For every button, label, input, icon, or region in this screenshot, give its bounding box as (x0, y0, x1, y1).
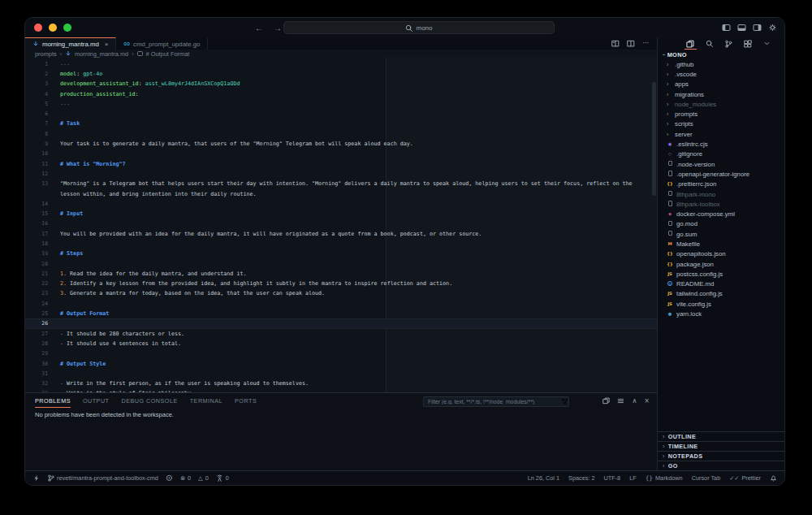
editor-line[interactable]: 13"Morning" is a Telegram bot that helps… (25, 179, 657, 188)
close-window-button[interactable] (34, 24, 42, 32)
editor-line[interactable]: 19# Steps (25, 249, 657, 258)
editor[interactable]: 1---2model: gpt-4o3development_assistant… (25, 58, 657, 392)
panel-tab-output[interactable]: OUTPUT (83, 397, 110, 408)
tree-file-8thpark-mono[interactable]: 8thpark-mono (658, 189, 784, 199)
search-icon[interactable] (706, 40, 713, 47)
maximize-panel-icon[interactable]: ∧ (632, 397, 637, 405)
section-timeline[interactable]: ›TIMELINE (658, 441, 784, 451)
tree-file-.prettierrc.json[interactable]: {}.prettierrc.json (658, 180, 784, 189)
tree-file-go.sum[interactable]: go.sum (658, 229, 784, 239)
editor-line[interactable]: 222. Identify a key lesson from the prov… (25, 279, 657, 288)
tree-file-.node-version[interactable]: .node-version (658, 159, 784, 169)
close-panel-icon[interactable]: × (644, 397, 650, 405)
editor-line[interactable]: 6 (25, 109, 657, 119)
more-actions-icon[interactable]: ··· (642, 40, 649, 47)
branch-icon[interactable] (47, 474, 54, 482)
section-outline[interactable]: ›OUTLINE (658, 431, 784, 441)
editor-line[interactable]: 9Your task is to generate a daily mantra… (25, 139, 657, 149)
open-changes-icon[interactable] (611, 40, 620, 47)
tree-file-docker-compose.yml[interactable]: ◈docker-compose.yml (658, 209, 784, 219)
bell-icon[interactable] (770, 474, 777, 482)
editor-line[interactable]: 211. Read the idea for the daily mantra,… (25, 269, 657, 279)
history-forward-icon[interactable]: → (274, 24, 282, 32)
status-warnings-count[interactable]: △0 (198, 474, 209, 482)
editor-line[interactable]: 12 (25, 169, 657, 179)
editor-line[interactable]: 31 (25, 369, 657, 379)
sync-icon[interactable] (166, 474, 173, 482)
breadcrumb-item[interactable]: # Output Format (146, 50, 190, 58)
command-center-search[interactable]: mono (283, 21, 555, 34)
tree-file-package.json[interactable]: {}package.json (658, 259, 784, 269)
status-errors-count[interactable]: ⊗0 (180, 474, 191, 482)
breadcrumb-item[interactable]: morning_mantra.md (75, 50, 128, 58)
panel-tab-problems[interactable]: PROBLEMS (35, 397, 71, 408)
layout-sidebar-right-icon[interactable] (753, 24, 762, 32)
status-branch-icon[interactable]: revett/mantra-prompt-and-toolbox-cmd (47, 474, 158, 482)
editor-line[interactable]: 1--- (25, 59, 657, 69)
editor-line[interactable]: 15# Input (25, 209, 657, 219)
tree-folder-server[interactable]: ›server (658, 129, 784, 139)
open-in-editor-icon[interactable] (603, 397, 610, 405)
tree-file-.gitignore[interactable]: ◇.gitignore (658, 149, 784, 159)
editor-line[interactable]: 4production_assistant_id: (25, 89, 657, 98)
close-tab-icon[interactable]: × (105, 41, 109, 48)
status-encoding[interactable]: UTF-8 (604, 474, 621, 482)
editor-line[interactable]: 16 (25, 219, 657, 228)
status-notifications[interactable] (770, 474, 777, 482)
go-icon[interactable]: GO (123, 42, 130, 46)
extensions-icon[interactable] (744, 40, 752, 48)
explorer-root[interactable]: › MONO (658, 50, 784, 59)
layout-panel-icon[interactable] (737, 24, 746, 32)
editor-line[interactable]: 10 (25, 149, 657, 158)
editor-line[interactable]: 27- It should be 280 characters or less. (25, 329, 657, 339)
view-as-list-icon[interactable] (617, 397, 624, 405)
panel-tab-terminal[interactable]: TERMINAL (190, 397, 222, 408)
editor-line[interactable]: 25# Output Format (25, 309, 657, 318)
tab-morning_mantra.md[interactable]: morning_mantra.md× (25, 37, 116, 50)
editor-line[interactable]: 26 (25, 318, 657, 328)
editor-line[interactable]: 7# Task (25, 119, 657, 128)
markdown-icon[interactable] (65, 50, 71, 57)
tree-file-README.md[interactable]: iREADME.md (658, 279, 784, 289)
editor-line[interactable]: lesson within, and bring intention into … (25, 188, 657, 198)
split-editor-icon[interactable] (627, 40, 635, 47)
editor-line[interactable]: 28- It should use 4 sentences in total. (25, 339, 657, 348)
editor-line[interactable]: 8 (25, 129, 657, 139)
panel-tab-ports[interactable]: PORTS (235, 397, 257, 408)
zoom-window-button[interactable] (63, 24, 71, 32)
editor-line[interactable]: 233. Generate a mantra for today, based … (25, 288, 657, 298)
editor-line[interactable]: 3development_assistant_id: asst_wL8my4rJ… (25, 79, 657, 89)
status-prettier[interactable]: ✓✓Prettier (729, 474, 761, 482)
settings-gear-icon[interactable] (768, 24, 777, 32)
source-control-icon[interactable] (724, 40, 732, 48)
tree-file-yarn.lock[interactable]: ●yarn.lock (658, 309, 784, 318)
editor-line[interactable]: 32- Write in the first person, as if the… (25, 379, 657, 388)
history-back-icon[interactable]: ← (255, 24, 263, 32)
editor-line[interactable]: 11# What is "Morning"? (25, 158, 657, 168)
tree-file-.openapi-generator-ignore[interactable]: .openapi-generator-ignore (658, 169, 784, 179)
tree-folder-prompts[interactable]: ›prompts (658, 109, 784, 119)
editor-line[interactable]: 2model: gpt-4o (25, 69, 657, 79)
tree-file-go.mod[interactable]: go.mod (658, 219, 784, 229)
tree-folder-node_modules[interactable]: ›node_modules (658, 99, 784, 109)
chevron-down-icon[interactable] (763, 40, 771, 47)
filter-funnel-icon[interactable] (561, 398, 568, 405)
editor-line[interactable]: 30# Output Style (25, 358, 657, 368)
status-cursor-tab[interactable]: Cursor Tab (692, 474, 721, 482)
editor-line[interactable]: 17You will be provided with an idea for … (25, 229, 657, 239)
editor-line[interactable]: 14 (25, 199, 657, 209)
breadcrumb-item[interactable]: prompts (35, 50, 57, 58)
files-icon[interactable] (686, 40, 694, 48)
tree-file-openapitools.json[interactable]: {}openapitools.json (658, 249, 784, 259)
tree-file-tailwind.config.js[interactable]: JStailwind.config.js (658, 289, 784, 299)
editor-line[interactable]: 5--- (25, 99, 657, 109)
panel-tab-debug-console[interactable]: DEBUG CONSOLE (122, 397, 178, 408)
tree-file-.eslintrc.cjs[interactable]: ◉.eslintrc.cjs (658, 139, 784, 149)
tree-folder-scripts[interactable]: ›scripts (658, 119, 784, 129)
editor-scrollbar[interactable] (652, 82, 656, 196)
tree-folder-.vscode[interactable]: ›.vscode (658, 69, 784, 79)
tree-folder-migrations[interactable]: ›migrations (658, 89, 784, 99)
minimize-window-button[interactable] (49, 24, 57, 32)
editor-line[interactable]: 24 (25, 299, 657, 309)
status-sync-icon[interactable] (166, 474, 173, 482)
